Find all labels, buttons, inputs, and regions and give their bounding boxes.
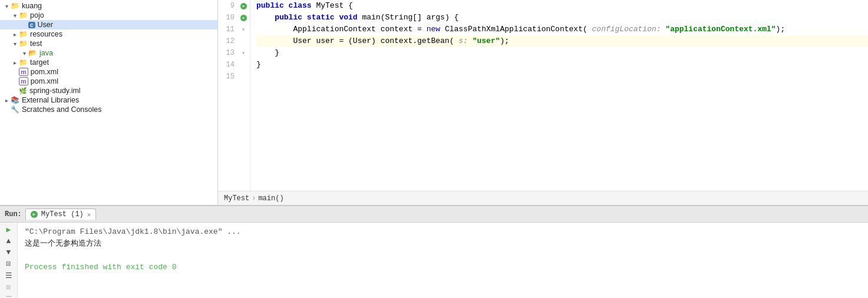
code-content[interactable]: public class MyTest { public static void…: [250, 0, 868, 191]
run-tab-mytest[interactable]: ▶ MyTest (1) ✕: [25, 208, 97, 220]
kw-public: public: [256, 0, 289, 12]
kw-class: class: [289, 0, 316, 12]
gutter-run-10[interactable]: [236, 12, 250, 24]
sidebar-item-pom1[interactable]: m pom.xml: [0, 67, 217, 77]
sidebar-item-target[interactable]: 📁 target: [0, 58, 217, 67]
output-line-1: "C:\Program Files\Java\jdk1.8\bin\java.e…: [25, 226, 861, 238]
line-numbers: 9 10 11 12 13 14 15: [218, 0, 237, 191]
breadcrumb-main[interactable]: main(): [258, 194, 283, 203]
arrow-icon: [11, 59, 19, 66]
extlib-icon: 📚: [11, 96, 19, 104]
settings2-btn[interactable]: ☰: [2, 271, 15, 280]
type-string: String: [385, 12, 412, 24]
arrow-icon: [2, 3, 11, 9]
run-panel-header: Run: ▶ MyTest (1) ✕: [0, 206, 868, 223]
scroll-down-btn[interactable]: ▼: [2, 248, 15, 257]
arrow-icon: [11, 41, 19, 47]
sidebar-item-label: spring-study.iml: [29, 87, 81, 95]
run-gutter: ▾ ▾: [237, 0, 250, 191]
param-s: s:: [454, 35, 472, 47]
sidebar-item-user[interactable]: c User: [0, 20, 217, 29]
sidebar-item-label: resources: [30, 30, 62, 38]
java-class-icon: c: [28, 22, 35, 28]
line-num-12: 12: [218, 35, 235, 47]
code-line-13: }: [256, 47, 868, 59]
run-tab-label: MyTest (1): [41, 210, 84, 218]
line-num-14: 14: [218, 59, 235, 71]
kw-new: new: [427, 24, 445, 35]
run-tab-close[interactable]: ✕: [87, 211, 91, 218]
paren-close: );: [776, 24, 786, 35]
sidebar-item-label: java: [39, 49, 53, 57]
gutter-12: [236, 35, 250, 47]
indent-10: [256, 12, 275, 24]
xml-icon: m: [19, 68, 28, 76]
line-num-15: 15: [218, 71, 235, 82]
brace-close2: }: [256, 59, 261, 71]
sidebar-item-spring-iml[interactable]: 🌿 spring-study.iml: [0, 86, 217, 95]
breadcrumb-mytest[interactable]: MyTest: [224, 194, 249, 203]
bracket2: ) {: [445, 12, 458, 24]
bracket1: []: [412, 12, 426, 24]
file-tree-sidebar: 📁 kuang 📁 pojo c User 📁 resources 📁 test: [0, 0, 218, 205]
method-name: main(: [362, 12, 385, 24]
folder-icon: 📁: [19, 11, 28, 19]
line-num-11: 11: [218, 24, 235, 35]
type-user: User user = (User) context.getBean(: [293, 35, 454, 47]
folder-icon: 📁: [19, 58, 28, 67]
sidebar-item-java[interactable]: 📂 java: [0, 48, 217, 58]
string-appctx: "applicationContext.xml": [665, 24, 775, 35]
gutter-14: [236, 59, 250, 71]
class-name: MyTest {: [316, 0, 352, 12]
folder-icon: 📁: [19, 39, 28, 48]
sidebar-item-label: kuang: [22, 2, 42, 10]
type-classpathxml: ClassPathXmlApplicationContext(: [445, 24, 588, 35]
sidebar-item-label: pojo: [30, 11, 44, 19]
breadcrumb-separator: ›: [252, 194, 256, 203]
code-line-9: public class MyTest {: [256, 0, 868, 12]
sidebar-item-label: User: [38, 21, 53, 29]
settings1-btn[interactable]: ⊡: [2, 259, 15, 269]
param-args: args: [427, 12, 445, 24]
code-line-15: [256, 71, 868, 82]
kw-public2: public: [275, 12, 307, 24]
run-tab-icon: ▶: [31, 211, 38, 218]
output-line-3: [25, 250, 861, 261]
more1-btn[interactable]: ☰: [2, 294, 15, 298]
code-line-14: }: [256, 59, 868, 71]
fold-icon-11[interactable]: ▾: [242, 26, 245, 33]
run-output: "C:\Program Files\Java\jdk1.8\bin\java.e…: [18, 223, 868, 298]
string-user: "user": [473, 35, 500, 47]
clear-btn[interactable]: ⊠: [2, 283, 15, 292]
scroll-up-btn[interactable]: ▲: [2, 237, 15, 246]
brace-close: }: [275, 47, 279, 59]
sidebar-item-test[interactable]: 📁 test: [0, 39, 217, 48]
run-button-10[interactable]: [240, 15, 247, 21]
sidebar-item-extlib[interactable]: 📚 External Libraries: [0, 95, 217, 105]
kw-static: static: [307, 12, 339, 24]
gutter-fold-13[interactable]: ▾: [236, 47, 250, 59]
sidebar-item-label: External Libraries: [22, 96, 79, 104]
run-btn[interactable]: ▶: [2, 225, 15, 234]
sidebar-item-kuang[interactable]: 📁 kuang: [0, 1, 217, 11]
sidebar-item-label: test: [30, 39, 42, 48]
sidebar-item-label: pom.xml: [31, 77, 58, 85]
sidebar-item-pom2[interactable]: m pom.xml: [0, 77, 217, 86]
sidebar-item-pojo[interactable]: 📁 pojo: [0, 11, 217, 20]
line-num-10: 10: [218, 12, 235, 24]
folder-icon: 📁: [19, 30, 28, 38]
code-line-12: User user = (User) context.getBean( s: "…: [256, 35, 868, 47]
run-button-9[interactable]: [240, 3, 247, 9]
sidebar-item-scratches[interactable]: 🔧 Scratches and Consoles: [0, 105, 217, 114]
fold-icon-13[interactable]: ▾: [242, 49, 245, 57]
line-num-13: 13: [218, 47, 235, 59]
gutter-run-9[interactable]: [236, 0, 250, 12]
sidebar-item-resources[interactable]: 📁 resources: [0, 29, 217, 39]
code-editor[interactable]: 9 10 11 12 13 14 15: [218, 0, 868, 191]
scratch-icon: 🔧: [11, 105, 19, 114]
code-line-11: ApplicationContext context = new ClassPa…: [256, 24, 868, 35]
run-body: ▶ ▲ ▼ ⊡ ☰ ⊠ ☰ 🖨 "C:\Program Files\Java\j…: [0, 223, 868, 298]
gutter-fold-11[interactable]: ▾: [236, 24, 250, 35]
sidebar-item-label: Scratches and Consoles: [22, 105, 102, 114]
editor-area: 9 10 11 12 13 14 15: [218, 0, 868, 205]
